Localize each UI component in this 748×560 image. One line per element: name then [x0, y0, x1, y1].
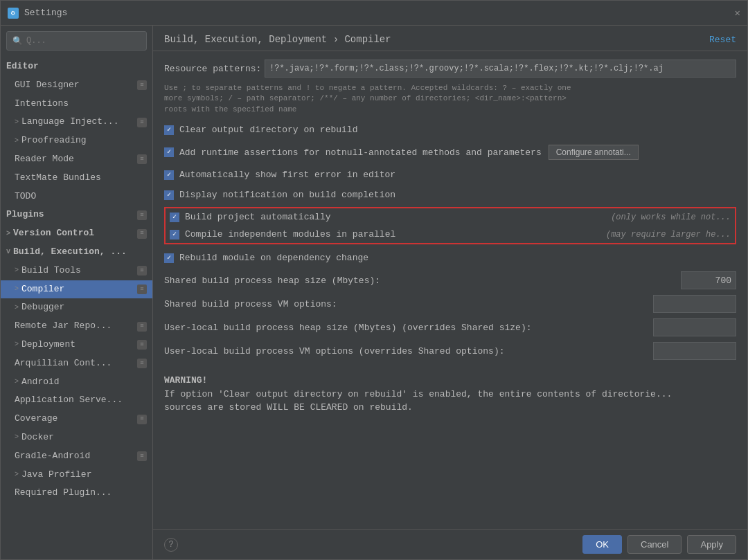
main-body: 🔍 Editor GUI Designer ≡ Intentions > Lan… — [1, 26, 747, 559]
sidebar-item-editor[interactable]: Editor — [1, 57, 152, 76]
compile-parallel-label: Compile independent modules in parallel — [185, 229, 395, 240]
sidebar-label: Required Plugin... — [15, 486, 112, 500]
sidebar-label: Arquillian Cont... — [15, 356, 112, 371]
app-icon: ⚙ — [8, 8, 19, 19]
sidebar-item-arquillian[interactable]: Arquillian Cont... ≡ — [1, 354, 152, 373]
arrow-icon: > — [15, 469, 19, 480]
runtime-assertions-checkbox[interactable]: ✓ — [164, 147, 174, 157]
sidebar-label: Compiler — [21, 282, 64, 297]
cancel-button[interactable]: Cancel — [627, 535, 682, 554]
sidebar-item-proofreading[interactable]: > Proofreading — [1, 132, 152, 150]
sidebar: 🔍 Editor GUI Designer ≡ Intentions > Lan… — [1, 26, 153, 559]
vm-options-label: Shared build process VM options: — [164, 299, 653, 309]
display-notification-checkbox[interactable]: ✓ — [164, 190, 174, 200]
warning-line2: sources are stored WILL BE CLEARED on re… — [164, 401, 736, 415]
hint-line1: Use ; to separate patterns and ! to nega… — [164, 84, 571, 92]
arrow-icon: > — [15, 136, 19, 147]
clear-output-checkbox[interactable]: ✓ — [164, 125, 174, 135]
sidebar-item-app-servers[interactable]: Application Serve... — [1, 391, 152, 410]
sidebar-list: Editor GUI Designer ≡ Intentions > Langu… — [1, 56, 152, 559]
user-heap-input[interactable] — [653, 318, 736, 336]
rebuild-dependency-checkbox[interactable]: ✓ — [164, 253, 174, 263]
sidebar-label: Debugger — [21, 300, 64, 315]
vm-options-input[interactable] — [653, 295, 736, 313]
show-first-error-label: Automatically show first error in editor — [179, 170, 395, 180]
bottom-bar: ? OK Cancel Apply — [153, 529, 747, 559]
sidebar-item-coverage[interactable]: Coverage ≡ — [1, 410, 152, 428]
vm-options-row: Shared build process VM options: — [164, 295, 736, 313]
build-automatically-note: (only works while not... — [611, 213, 731, 222]
reset-button[interactable]: Reset — [709, 35, 736, 45]
show-first-error-checkbox[interactable]: ✓ — [164, 170, 174, 180]
sidebar-item-intentions[interactable]: Intentions — [1, 95, 152, 114]
heap-size-label: Shared build process heap size (Mbytes): — [164, 276, 681, 286]
settings-badge: ≡ — [137, 415, 147, 424]
configure-annotations-button[interactable]: Configure annotati... — [549, 145, 639, 160]
sidebar-label: Coverage — [15, 412, 57, 426]
sidebar-item-remote-jar[interactable]: Remote Jar Repo... ≡ — [1, 317, 152, 336]
sidebar-label: Android — [21, 375, 60, 390]
sidebar-label: Proofreading — [21, 134, 87, 148]
help-button[interactable]: ? — [164, 538, 178, 552]
settings-badge: ≡ — [137, 154, 147, 164]
arrow-icon: > — [15, 339, 19, 350]
sidebar-item-android[interactable]: > Android — [1, 373, 152, 392]
sidebar-item-compiler[interactable]: > Compiler ≡ — [1, 280, 152, 299]
settings-badge: ≡ — [137, 451, 147, 461]
sidebar-item-deployment[interactable]: > Deployment ≡ — [1, 336, 152, 354]
sidebar-label: Language Inject... — [21, 115, 118, 129]
runtime-assertions-label: Add runtime assertions for notnull-annot… — [179, 147, 542, 158]
heap-size-input[interactable] — [681, 271, 736, 289]
build-automatically-row: ✓ Build project automatically (only work… — [166, 208, 735, 226]
sidebar-item-build-execution[interactable]: v Build, Execution, ... — [1, 243, 152, 262]
arrow-icon: > — [15, 432, 19, 443]
resource-patterns-row: Resource patterns: — [164, 60, 736, 78]
sidebar-item-version-control[interactable]: > Version Control ≡ — [1, 224, 152, 243]
sidebar-item-docker[interactable]: > Docker — [1, 428, 152, 447]
sidebar-item-gui-designer[interactable]: GUI Designer ≡ — [1, 76, 152, 95]
title-bar: ⚙ Settings ✕ — [1, 1, 747, 26]
compile-parallel-checkbox[interactable]: ✓ — [170, 230, 179, 240]
sidebar-item-plugins[interactable]: Plugins ≡ — [1, 206, 152, 224]
sidebar-label: TODO — [15, 190, 36, 204]
rebuild-dependency-label: Rebuild module on dependency change — [179, 253, 368, 263]
main-panel: Build, Execution, Deployment › Compiler … — [153, 26, 747, 559]
sidebar-label: Plugins — [6, 208, 44, 222]
clear-output-label: Clear output directory on rebuild — [179, 125, 357, 135]
arrow-icon: > — [15, 117, 19, 128]
sidebar-label: Java Profiler — [21, 468, 91, 482]
sidebar-item-textmate[interactable]: TextMate Bundles — [1, 169, 152, 188]
build-automatically-label: Build project automatically — [185, 212, 331, 222]
sidebar-item-language-inject[interactable]: > Language Inject... ≡ — [1, 113, 152, 132]
sidebar-item-todo[interactable]: TODO — [1, 188, 152, 206]
arrow-icon: > — [15, 284, 19, 295]
search-input[interactable] — [26, 36, 141, 46]
sidebar-item-java-profiler[interactable]: > Java Profiler — [1, 466, 152, 485]
arrow-icon: > — [6, 228, 10, 240]
sidebar-item-reader-mode[interactable]: Reader Mode ≡ — [1, 150, 152, 169]
display-notification-row: ✓ Display notification on build completi… — [164, 187, 736, 203]
ok-button[interactable]: OK — [582, 535, 622, 554]
user-vm-input[interactable] — [653, 342, 736, 360]
search-box[interactable]: 🔍 — [6, 31, 147, 51]
build-automatically-checkbox[interactable]: ✓ — [170, 213, 179, 222]
resource-hint: Use ; to separate patterns and ! to nega… — [164, 83, 736, 115]
main-header: Build, Execution, Deployment › Compiler … — [153, 26, 747, 51]
sidebar-item-debugger[interactable]: > Debugger — [1, 298, 152, 317]
close-button[interactable]: ✕ — [735, 7, 740, 19]
resource-patterns-label: Resource patterns: — [164, 64, 265, 74]
runtime-assertions-row: ✓ Add runtime assertions for notnull-ann… — [164, 142, 736, 163]
sidebar-label: Editor — [6, 60, 39, 74]
sidebar-label: Reader Mode — [15, 152, 74, 167]
sidebar-item-build-tools[interactable]: > Build Tools ≡ — [1, 262, 152, 280]
sidebar-item-gradle-android[interactable]: Gradle-Android ≡ — [1, 447, 152, 466]
sidebar-item-required-plugin[interactable]: Required Plugin... — [1, 484, 152, 503]
arrow-icon: > — [15, 377, 19, 388]
settings-badge: ≡ — [137, 340, 147, 350]
rebuild-dependency-row: ✓ Rebuild module on dependency change — [164, 250, 736, 266]
sidebar-label: Deployment — [21, 338, 75, 352]
apply-button[interactable]: Apply — [687, 535, 736, 554]
highlighted-group: ✓ Build project automatically (only work… — [164, 207, 736, 244]
resource-patterns-input[interactable] — [265, 60, 736, 78]
warning-line1: If option 'Clear output directory on reb… — [164, 388, 736, 401]
